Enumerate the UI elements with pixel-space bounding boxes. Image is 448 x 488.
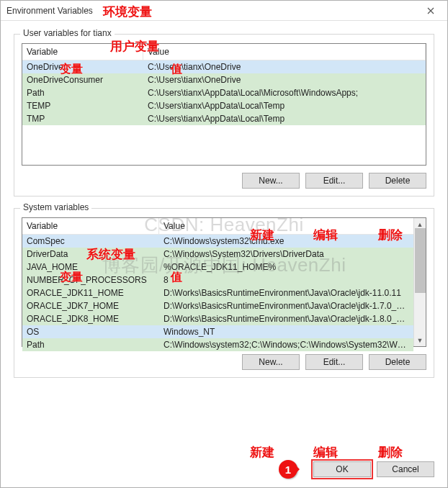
- system-new-button[interactable]: New...: [242, 354, 300, 370]
- system-vars-header: Variable Value: [22, 218, 426, 235]
- table-row[interactable]: ORACLE_JDK11_HOME D:\Works\BasicsRuntime…: [22, 286, 413, 299]
- user-vars-table[interactable]: Variable Value OneDrive C:\Users\tianx\O…: [22, 43, 426, 166]
- table-row[interactable]: TMP C:\Users\tianx\AppData\Local\Temp: [22, 112, 426, 125]
- col-value-header[interactable]: Value: [159, 218, 426, 234]
- table-row[interactable]: Path C:\Windows\system32;C:\Windows;C:\W…: [22, 338, 413, 351]
- user-vars-group: User variables for tianx Variable Value …: [14, 34, 434, 196]
- user-delete-button[interactable]: Delete: [369, 173, 426, 189]
- system-vars-table[interactable]: Variable Value ComSpec C:\Windows\system…: [22, 217, 426, 347]
- callout-1: 1: [279, 460, 297, 479]
- system-vars-scrollbar[interactable]: ▲ ▼: [413, 218, 426, 346]
- close-button[interactable]: [414, 1, 447, 21]
- table-row[interactable]: TEMP C:\Users\tianx\AppData\Local\Temp: [22, 99, 426, 112]
- anno-new-cn-2: 新建: [250, 444, 274, 461]
- table-row[interactable]: ORACLE_JDK8_HOME D:\Works\BasicsRuntimeE…: [22, 312, 413, 325]
- user-vars-body: OneDrive C:\Users\tianx\OneDrive OneDriv…: [22, 60, 426, 125]
- window-title: Environment Variables: [6, 6, 93, 16]
- col-value-header[interactable]: Value: [143, 44, 426, 60]
- scroll-thumb[interactable]: [415, 228, 426, 293]
- ok-button[interactable]: OK: [313, 461, 371, 477]
- anno-edit-cn-2: 编辑: [313, 444, 338, 461]
- table-row[interactable]: OS Windows_NT: [22, 325, 413, 338]
- system-vars-body: ComSpec C:\Windows\system32\cmd.exe Driv…: [22, 235, 426, 351]
- table-row[interactable]: NUMBER_OF_PROCESSORS 8: [22, 274, 413, 286]
- close-icon: [427, 7, 434, 14]
- table-row[interactable]: DriverData C:\Windows\System32\Drivers\D…: [22, 248, 413, 261]
- anno-delete-cn-2: 删除: [378, 444, 403, 461]
- user-edit-button[interactable]: Edit...: [305, 173, 363, 189]
- titlebar: Environment Variables: [1, 1, 447, 21]
- table-row[interactable]: OneDrive C:\Users\tianx\OneDrive: [22, 60, 426, 73]
- table-row[interactable]: ORACLE_JDK7_HOME D:\Works\BasicsRuntimeE…: [22, 299, 413, 312]
- system-edit-button[interactable]: Edit...: [305, 354, 363, 370]
- col-variable-header[interactable]: Variable: [22, 218, 159, 234]
- dialog-buttons: OK Cancel: [313, 461, 447, 487]
- client-area: User variables for tianx Variable Value …: [1, 21, 447, 398]
- table-row[interactable]: JAVA_HOME %ORACLE_JDK11_HOME%: [22, 261, 413, 274]
- env-vars-dialog: Environment Variables User variables for…: [0, 0, 448, 488]
- user-vars-header: Variable Value: [22, 44, 426, 60]
- table-row[interactable]: OneDriveConsumer C:\Users\tianx\OneDrive: [22, 73, 426, 86]
- scroll-down-icon[interactable]: ▼: [414, 334, 426, 346]
- system-vars-legend: System variables: [20, 202, 91, 212]
- table-row[interactable]: Path C:\Users\tianx\AppData\Local\Micros…: [22, 86, 426, 99]
- system-vars-group: System variables Variable Value ComSpec …: [14, 208, 434, 378]
- user-new-button[interactable]: New...: [242, 173, 300, 189]
- system-vars-buttons: New... Edit... Delete: [22, 354, 426, 370]
- cancel-button[interactable]: Cancel: [377, 461, 434, 477]
- table-row[interactable]: ComSpec C:\Windows\system32\cmd.exe: [22, 235, 413, 248]
- col-variable-header[interactable]: Variable: [22, 44, 143, 60]
- user-vars-legend: User variables for tianx: [20, 28, 115, 38]
- system-delete-button[interactable]: Delete: [369, 354, 426, 370]
- user-vars-buttons: New... Edit... Delete: [22, 173, 426, 189]
